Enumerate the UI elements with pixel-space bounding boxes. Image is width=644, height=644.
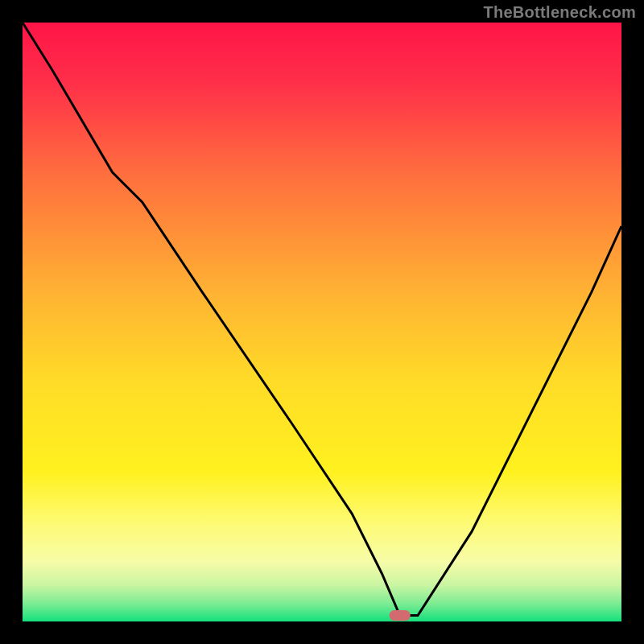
chart-svg: [23, 23, 621, 621]
plot-area: [23, 23, 621, 621]
optimal-point-marker: [390, 610, 411, 621]
chart-frame: TheBottleneck.com: [0, 0, 644, 644]
gradient-background: [23, 23, 621, 621]
watermark-text: TheBottleneck.com: [483, 3, 636, 22]
